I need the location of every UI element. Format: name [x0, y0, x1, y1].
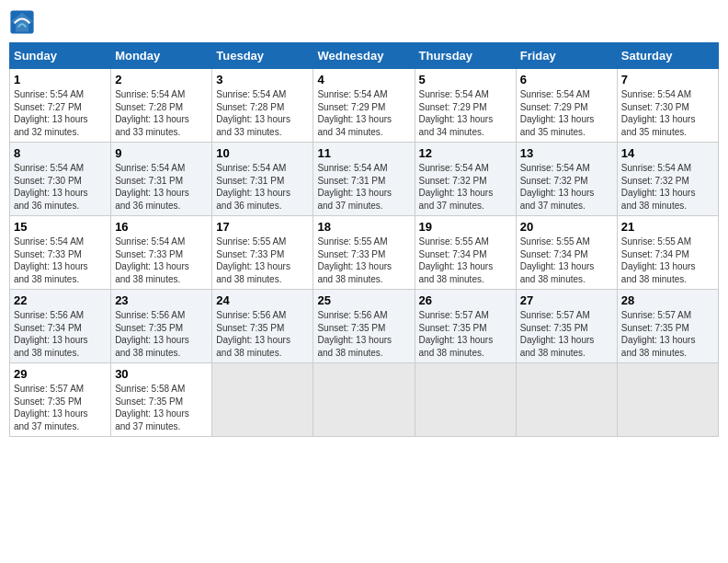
- day-number: 27: [520, 293, 613, 307]
- day-info: Sunrise: 5:54 AM Sunset: 7:31 PM Dayligh…: [317, 162, 410, 212]
- day-cell: 4Sunrise: 5:54 AM Sunset: 7:29 PM Daylig…: [313, 69, 415, 143]
- week-row-5: 29Sunrise: 5:57 AM Sunset: 7:35 PM Dayli…: [10, 363, 719, 437]
- day-number: 13: [520, 146, 613, 160]
- day-number: 19: [419, 220, 512, 234]
- week-row-1: 1Sunrise: 5:54 AM Sunset: 7:27 PM Daylig…: [10, 69, 719, 143]
- day-cell: 18Sunrise: 5:55 AM Sunset: 7:33 PM Dayli…: [313, 216, 415, 290]
- day-cell: 9Sunrise: 5:54 AM Sunset: 7:31 PM Daylig…: [111, 143, 212, 216]
- day-info: Sunrise: 5:56 AM Sunset: 7:35 PM Dayligh…: [115, 309, 208, 359]
- day-info: Sunrise: 5:54 AM Sunset: 7:29 PM Dayligh…: [317, 88, 410, 138]
- day-info: Sunrise: 5:57 AM Sunset: 7:35 PM Dayligh…: [419, 309, 512, 359]
- day-number: 15: [14, 220, 107, 234]
- day-cell: 24Sunrise: 5:56 AM Sunset: 7:35 PM Dayli…: [212, 290, 313, 363]
- day-cell: 15Sunrise: 5:54 AM Sunset: 7:33 PM Dayli…: [10, 216, 111, 290]
- day-cell: 3Sunrise: 5:54 AM Sunset: 7:28 PM Daylig…: [212, 69, 313, 143]
- day-cell: 26Sunrise: 5:57 AM Sunset: 7:35 PM Dayli…: [415, 290, 516, 363]
- day-cell: 29Sunrise: 5:57 AM Sunset: 7:35 PM Dayli…: [10, 363, 111, 437]
- day-info: Sunrise: 5:54 AM Sunset: 7:33 PM Dayligh…: [14, 236, 107, 285]
- day-number: 23: [115, 293, 208, 307]
- day-info: Sunrise: 5:54 AM Sunset: 7:27 PM Dayligh…: [14, 88, 107, 138]
- column-header-saturday: Saturday: [617, 43, 718, 69]
- day-cell: 16Sunrise: 5:54 AM Sunset: 7:33 PM Dayli…: [111, 216, 212, 290]
- column-header-monday: Monday: [111, 43, 212, 69]
- day-info: Sunrise: 5:54 AM Sunset: 7:31 PM Dayligh…: [115, 162, 208, 212]
- day-number: 1: [14, 73, 107, 86]
- day-info: Sunrise: 5:54 AM Sunset: 7:33 PM Dayligh…: [115, 236, 208, 285]
- day-number: 21: [621, 220, 714, 234]
- day-info: Sunrise: 5:56 AM Sunset: 7:35 PM Dayligh…: [216, 309, 309, 359]
- day-number: 2: [115, 73, 208, 86]
- day-number: 8: [14, 146, 107, 160]
- day-cell: 8Sunrise: 5:54 AM Sunset: 7:30 PM Daylig…: [10, 143, 111, 216]
- day-number: 20: [520, 220, 613, 234]
- day-cell: 6Sunrise: 5:54 AM Sunset: 7:29 PM Daylig…: [516, 69, 617, 143]
- day-number: 12: [419, 146, 512, 160]
- day-cell: [212, 363, 313, 437]
- day-info: Sunrise: 5:58 AM Sunset: 7:35 PM Dayligh…: [115, 383, 208, 432]
- header-row: SundayMondayTuesdayWednesdayThursdayFrid…: [10, 43, 719, 69]
- column-header-tuesday: Tuesday: [212, 43, 313, 69]
- day-number: 14: [621, 146, 714, 160]
- day-number: 25: [317, 293, 410, 307]
- day-info: Sunrise: 5:54 AM Sunset: 7:32 PM Dayligh…: [419, 162, 512, 212]
- day-cell: 22Sunrise: 5:56 AM Sunset: 7:34 PM Dayli…: [10, 290, 111, 363]
- day-number: 29: [14, 367, 107, 381]
- logo-icon: [9, 9, 35, 35]
- day-number: 18: [317, 220, 410, 234]
- day-cell: 7Sunrise: 5:54 AM Sunset: 7:30 PM Daylig…: [617, 69, 718, 143]
- day-info: Sunrise: 5:55 AM Sunset: 7:34 PM Dayligh…: [621, 236, 714, 285]
- day-cell: [617, 363, 718, 437]
- day-info: Sunrise: 5:54 AM Sunset: 7:30 PM Dayligh…: [621, 88, 714, 138]
- day-info: Sunrise: 5:57 AM Sunset: 7:35 PM Dayligh…: [621, 309, 714, 359]
- day-cell: 5Sunrise: 5:54 AM Sunset: 7:29 PM Daylig…: [415, 69, 516, 143]
- day-cell: 28Sunrise: 5:57 AM Sunset: 7:35 PM Dayli…: [617, 290, 718, 363]
- day-cell: 14Sunrise: 5:54 AM Sunset: 7:32 PM Dayli…: [617, 143, 718, 216]
- day-info: Sunrise: 5:54 AM Sunset: 7:29 PM Dayligh…: [520, 88, 613, 138]
- day-number: 28: [621, 293, 714, 307]
- day-cell: 20Sunrise: 5:55 AM Sunset: 7:34 PM Dayli…: [516, 216, 617, 290]
- day-info: Sunrise: 5:54 AM Sunset: 7:32 PM Dayligh…: [621, 162, 714, 212]
- day-info: Sunrise: 5:54 AM Sunset: 7:31 PM Dayligh…: [216, 162, 309, 212]
- day-info: Sunrise: 5:55 AM Sunset: 7:33 PM Dayligh…: [317, 236, 410, 285]
- header: [9, 9, 719, 35]
- week-row-2: 8Sunrise: 5:54 AM Sunset: 7:30 PM Daylig…: [10, 143, 719, 216]
- day-cell: 2Sunrise: 5:54 AM Sunset: 7:28 PM Daylig…: [111, 69, 212, 143]
- day-number: 11: [317, 146, 410, 160]
- day-info: Sunrise: 5:54 AM Sunset: 7:28 PM Dayligh…: [115, 88, 208, 138]
- day-info: Sunrise: 5:55 AM Sunset: 7:34 PM Dayligh…: [419, 236, 512, 285]
- day-number: 3: [216, 73, 309, 86]
- day-number: 30: [115, 367, 208, 381]
- day-cell: 19Sunrise: 5:55 AM Sunset: 7:34 PM Dayli…: [415, 216, 516, 290]
- day-number: 16: [115, 220, 208, 234]
- day-cell: [516, 363, 617, 437]
- day-number: 5: [419, 73, 512, 86]
- day-number: 26: [419, 293, 512, 307]
- day-cell: 12Sunrise: 5:54 AM Sunset: 7:32 PM Dayli…: [415, 143, 516, 216]
- day-cell: 1Sunrise: 5:54 AM Sunset: 7:27 PM Daylig…: [10, 69, 111, 143]
- day-number: 9: [115, 146, 208, 160]
- day-number: 7: [621, 73, 714, 86]
- day-info: Sunrise: 5:54 AM Sunset: 7:32 PM Dayligh…: [520, 162, 613, 212]
- calendar-table: SundayMondayTuesdayWednesdayThursdayFrid…: [9, 42, 719, 437]
- week-row-4: 22Sunrise: 5:56 AM Sunset: 7:34 PM Dayli…: [10, 290, 719, 363]
- column-header-friday: Friday: [516, 43, 617, 69]
- day-number: 6: [520, 73, 613, 86]
- day-cell: 17Sunrise: 5:55 AM Sunset: 7:33 PM Dayli…: [212, 216, 313, 290]
- day-info: Sunrise: 5:55 AM Sunset: 7:33 PM Dayligh…: [216, 236, 309, 285]
- day-cell: [313, 363, 415, 437]
- column-header-thursday: Thursday: [415, 43, 516, 69]
- day-cell: [415, 363, 516, 437]
- day-number: 24: [216, 293, 309, 307]
- day-cell: 10Sunrise: 5:54 AM Sunset: 7:31 PM Dayli…: [212, 143, 313, 216]
- day-number: 10: [216, 146, 309, 160]
- day-info: Sunrise: 5:57 AM Sunset: 7:35 PM Dayligh…: [520, 309, 613, 359]
- day-cell: 30Sunrise: 5:58 AM Sunset: 7:35 PM Dayli…: [111, 363, 212, 437]
- week-row-3: 15Sunrise: 5:54 AM Sunset: 7:33 PM Dayli…: [10, 216, 719, 290]
- day-number: 17: [216, 220, 309, 234]
- day-info: Sunrise: 5:56 AM Sunset: 7:35 PM Dayligh…: [317, 309, 410, 359]
- day-cell: 11Sunrise: 5:54 AM Sunset: 7:31 PM Dayli…: [313, 143, 415, 216]
- day-cell: 25Sunrise: 5:56 AM Sunset: 7:35 PM Dayli…: [313, 290, 415, 363]
- day-number: 4: [317, 73, 410, 86]
- day-info: Sunrise: 5:54 AM Sunset: 7:29 PM Dayligh…: [419, 88, 512, 138]
- day-info: Sunrise: 5:54 AM Sunset: 7:28 PM Dayligh…: [216, 88, 309, 138]
